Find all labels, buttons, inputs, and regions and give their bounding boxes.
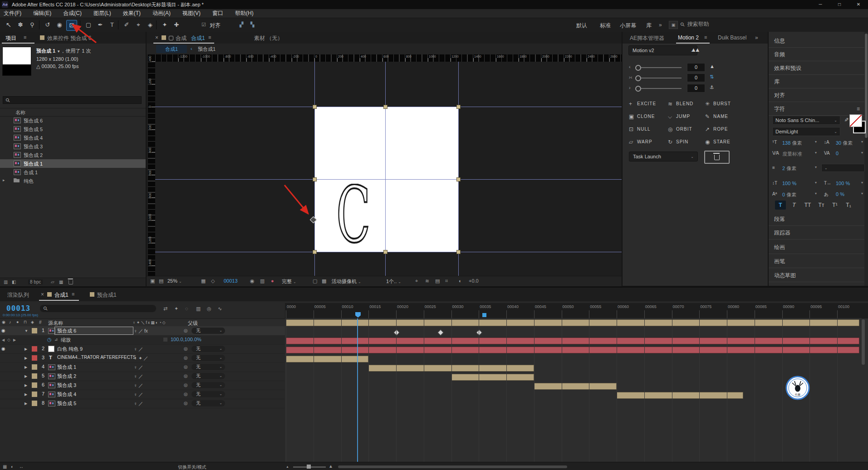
frame-blend-icon[interactable]: ▥ (196, 306, 201, 312)
dropdown-caret-icon[interactable]: ▾ (861, 140, 863, 144)
layer-row-3[interactable]: ▶3TCINEMA4...TRATOR AFTEREFFECTS♀ ✦ ／◎无⌄ (0, 353, 285, 363)
current-time[interactable]: 00013 (224, 278, 238, 284)
menu-item-8[interactable]: 帮助(H) (235, 10, 254, 17)
keyframe-diamond[interactable] (393, 329, 400, 336)
project-search-input[interactable]: ⚲ (3, 96, 142, 104)
expand-arrow-icon[interactable]: ▼ (25, 329, 28, 333)
delete-task-button[interactable] (704, 151, 730, 164)
pickwhip-icon[interactable]: ◎ (184, 373, 188, 378)
layer-switches[interactable]: ♀ ／ (134, 401, 143, 407)
timeline-hscroll-thumb[interactable] (338, 465, 567, 468)
tab-comp1[interactable]: 合成1 (54, 291, 69, 299)
hide-shy-icon[interactable]: ◌ (185, 306, 188, 311)
lock-icon[interactable] (169, 36, 173, 40)
motion-button-blend[interactable]: ≋BLEND (668, 100, 704, 109)
layer-handle[interactable] (456, 177, 461, 181)
parent-dropdown[interactable]: 无⌄ (191, 391, 225, 397)
include-checkbox[interactable] (163, 338, 167, 342)
footer-toggle-icon-0[interactable]: ▦ (3, 464, 7, 469)
char-row-value2[interactable]: 30 像素 (836, 140, 853, 147)
resolution-dropdown[interactable]: 完整 ⌄ (282, 278, 296, 285)
view-layout-dropdown[interactable]: 1个.. ⌄ (386, 278, 401, 285)
motion-button-clone[interactable]: ▣CLONE (629, 113, 665, 122)
tab-motion2[interactable]: Motion 2 (678, 34, 699, 41)
comp-marker[interactable] (482, 313, 486, 317)
hand-tool[interactable]: ✽ (15, 20, 25, 30)
motion-button-warp[interactable]: ▱WARP (629, 138, 665, 147)
close-tab-icon[interactable]: × (155, 34, 158, 41)
eraser-tool[interactable]: ◈ (145, 20, 155, 30)
tab-overflow[interactable]: » (755, 34, 758, 41)
layer-row-6[interactable]: ▶6预合成 3♀ ／◎无⌄ (0, 381, 285, 390)
show-channel-icon[interactable]: ● (271, 278, 274, 284)
type-style-button-3[interactable]: Tᴛ (816, 201, 827, 210)
parent-column-label[interactable]: 父级 (188, 320, 198, 327)
rotation-tool[interactable]: ↺ (43, 20, 53, 30)
dropdown-caret-icon[interactable]: ▾ (815, 151, 817, 155)
slider-track[interactable] (637, 78, 682, 78)
eyedropper-icon[interactable]: ✎ (843, 118, 849, 122)
layer-name[interactable]: 预合成 3 (57, 382, 76, 389)
pickwhip-icon[interactable]: ◎ (184, 328, 188, 333)
layer-handle[interactable] (456, 105, 461, 109)
fast-previews-icon[interactable]: ≋ (425, 278, 429, 284)
keyframe-diamond[interactable] (476, 329, 482, 336)
menu-item-1[interactable]: 编辑(E) (33, 10, 51, 17)
parent-dropdown[interactable]: 无⌄ (191, 346, 225, 352)
layer-name[interactable]: 白色 纯色 9 (57, 346, 83, 352)
tab-footage[interactable]: 素材 （无） (254, 34, 283, 42)
mini-flowchart-icon[interactable]: ⇄ (163, 306, 167, 312)
stopwatch-icon[interactable]: ◷ (47, 337, 52, 343)
footer-toggle-icon-1[interactable]: ◐ (11, 464, 14, 469)
clone-stamp-tool[interactable]: ⌖ (133, 20, 143, 30)
layer-label-color[interactable] (32, 346, 37, 352)
char-row-value[interactable]: 2 像素 (782, 165, 796, 172)
workspace-overflow[interactable]: » (659, 22, 662, 28)
layer-bar-7[interactable] (534, 383, 617, 390)
expand-arrow-icon[interactable]: ▶ (25, 383, 27, 387)
type-style-button-5[interactable]: T₁ (843, 201, 854, 210)
layer-handle[interactable] (313, 250, 317, 254)
layer-row-7[interactable]: ▶7预合成 4♀ ／◎无⌄ (0, 390, 285, 399)
layer-bar-2[interactable] (286, 338, 859, 344)
layer-handle[interactable] (313, 177, 317, 181)
camera-dropdown[interactable]: 活动摄像机 ⌄ (332, 278, 361, 285)
char-row-value2[interactable]: 0 (836, 151, 839, 156)
layer-switches[interactable]: ♀ ✦ ／ (134, 355, 148, 362)
dropdown-caret-icon[interactable]: ▾ (815, 165, 817, 169)
guide-line-horizontal[interactable] (155, 252, 622, 252)
trash-icon[interactable] (68, 279, 74, 285)
dropdown-caret-icon[interactable]: ▾ (815, 181, 817, 185)
breadcrumb-current[interactable]: 预合成1 (198, 46, 216, 53)
parent-dropdown[interactable]: 无⌄ (191, 355, 225, 361)
graph-toggle-icon[interactable]: ⊿ (54, 337, 58, 342)
layer-bar-4[interactable] (286, 356, 368, 362)
timeline-scrollbar[interactable] (862, 319, 865, 365)
task-launch-dropdown[interactable]: Task Launch⌄ (629, 152, 698, 162)
guide-line-horizontal[interactable] (155, 107, 622, 107)
footer-toggle-icon-2[interactable]: ↔ (19, 464, 24, 469)
layer-label-color[interactable] (32, 364, 37, 370)
type-style-button-2[interactable]: TT (802, 201, 813, 210)
puppet-pin-tool[interactable]: ✚ (172, 20, 181, 30)
expand-arrow-icon[interactable]: ▶ (25, 392, 27, 397)
sidebar-section-段落[interactable]: 段落 (769, 212, 864, 226)
layer-label-color[interactable] (32, 373, 37, 379)
toolbar-extra-icon-1[interactable]: ▚ (250, 22, 254, 28)
eye-icon[interactable]: ◉ (1, 328, 5, 333)
workspace-tab-1[interactable]: 标准 (600, 22, 611, 29)
parent-dropdown[interactable]: 无⌄ (191, 328, 225, 334)
mask-visibility-icon[interactable]: ◇ (211, 278, 215, 284)
layer-row-4[interactable]: ▶4预合成 1♀ ／◎无⌄ (0, 362, 285, 372)
layer-switches[interactable]: ♀ ／ (134, 346, 143, 352)
current-timecode[interactable]: 00013 (6, 304, 30, 313)
motion-button-name[interactable]: ✎NAME (705, 113, 741, 122)
menu-item-0[interactable]: 文件(F) (4, 10, 21, 17)
magnification-dropdown[interactable]: 25% ⌄ (167, 278, 182, 284)
property-name[interactable]: 缩放 (61, 337, 71, 343)
font-style-dropdown[interactable]: DemiLight⌄ (772, 127, 840, 136)
sidebar-section-效果和预设[interactable]: 效果和预设 (769, 61, 864, 75)
motion-button-rope[interactable]: ↗ROPE (705, 125, 741, 134)
pickwhip-icon[interactable]: ◎ (184, 346, 188, 351)
layer-name[interactable]: 预合成 6 (57, 328, 76, 334)
